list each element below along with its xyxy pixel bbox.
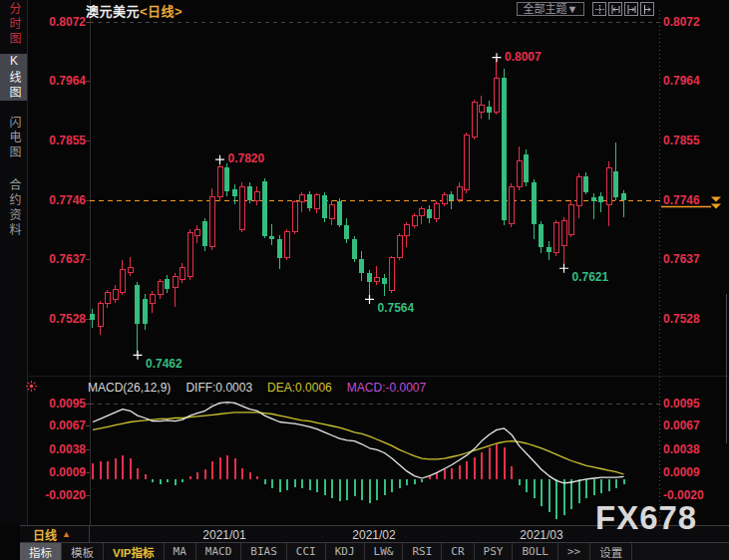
svg-text:0.7820: 0.7820 — [228, 151, 265, 165]
symbol-name: 澳元美元 — [86, 4, 140, 19]
sidebar-tab-2[interactable]: 闪电图 — [0, 116, 27, 160]
svg-text:0.7564: 0.7564 — [378, 301, 415, 315]
bottom-tab-14[interactable]: 设置 — [590, 543, 632, 560]
period-cell[interactable]: 日线 ▲ — [20, 526, 90, 542]
price-axis-label: 0.7855 — [663, 134, 727, 147]
bottom-tab-12[interactable]: BOLL — [513, 543, 558, 560]
bottom-tab-6[interactable]: CCI — [287, 543, 326, 560]
macd-axis-label: -0.0020 — [663, 488, 727, 502]
bottom-tab-13[interactable]: >> — [558, 543, 590, 560]
macd-diff-line — [93, 403, 624, 483]
dropdown-arrow-icon: ▼ — [567, 3, 578, 15]
price-axis-label: 0.7637 — [663, 252, 727, 266]
period-label: 日线 — [33, 526, 57, 543]
candlesticks — [90, 58, 626, 356]
date-tick-label: 2021/01 — [194, 528, 254, 542]
bottom-tab-1[interactable]: 模板 — [62, 543, 104, 560]
price-axis-label: 0.7964 — [24, 74, 86, 88]
svg-text:0.8007: 0.8007 — [505, 50, 542, 64]
move-icon[interactable] — [592, 2, 606, 16]
macd-dea-line — [93, 413, 624, 474]
macd-axis-label: 0.0095 — [24, 397, 86, 411]
macd-axis-label: 0.0095 — [663, 397, 727, 411]
macd-dea-value: DEA:0.0006 — [267, 381, 332, 395]
bottom-tab-8[interactable]: LW& — [365, 543, 404, 560]
bottom-tab-4[interactable]: MACD — [196, 543, 242, 560]
pan-right-icon[interactable] — [640, 2, 654, 16]
bottom-tab-9[interactable]: RSI — [403, 543, 442, 560]
bottom-tab-0[interactable]: 指标 — [20, 543, 62, 560]
price-annotations: 0.78200.80070.74620.75640.7621 — [134, 50, 609, 372]
period-up-arrow-icon: ▲ — [62, 529, 71, 539]
chart-title: 澳元美元<日线> — [86, 1, 182, 20]
date-tick-label: 2021/02 — [344, 528, 404, 542]
macd-histogram — [93, 444, 624, 519]
macd-header: MACD(26,12,9)DIFF:0.0003DEA:0.0006MACD:-… — [88, 381, 441, 395]
bottom-tab-3[interactable]: MA — [165, 543, 196, 560]
macd-axis-label: 0.0038 — [24, 442, 86, 456]
macd-axis-label: 0.0009 — [24, 465, 86, 479]
price-axis-label: 0.7746 — [663, 193, 727, 207]
date-tick-label: 2021/03 — [512, 528, 571, 542]
price-axis-label: 0.7528 — [24, 312, 86, 326]
price-axis-label: 0.7637 — [24, 252, 86, 266]
macd-axis-label: 0.0067 — [24, 419, 86, 432]
price-axis-label: 0.7964 — [663, 74, 727, 88]
macd-axis-label: 0.0067 — [663, 419, 727, 432]
bottom-tab-7[interactable]: KDJ — [326, 543, 365, 560]
sidebar-tab-0[interactable]: 分时图 — [0, 2, 27, 47]
macd-bar-value: MACD:-0.0007 — [347, 381, 426, 395]
price-axis-label: 0.7528 — [663, 312, 727, 326]
bottom-tab-5[interactable]: BIAS — [241, 543, 287, 560]
svg-text:0.7462: 0.7462 — [146, 357, 182, 371]
expand-x-icon[interactable] — [624, 2, 638, 16]
trading-app-window: 0.78200.80070.74620.75640.7621 澳元美元<日线> … — [0, 0, 729, 560]
bottom-toolbar: 指标模板VIP指标MAMACDBIASCCIKDJLW&RSICRPSYBOLL… — [20, 543, 729, 560]
macd-axis-label: 0.0038 — [663, 442, 727, 456]
sidebar-tab-1[interactable]: K线图 — [0, 54, 27, 101]
bottom-tab-11[interactable]: PSY — [475, 543, 514, 560]
compress-x-icon[interactable] — [608, 2, 622, 16]
macd-indicator-name: MACD(26,12,9) — [88, 381, 171, 395]
alarm-asterisk-icon[interactable] — [25, 379, 38, 397]
price-axis-label: 0.8072 — [24, 15, 86, 29]
bottom-tab-2[interactable]: VIP指标 — [104, 543, 165, 560]
watermark: FX678 — [595, 499, 697, 537]
chart-canvas[interactable]: 0.78200.80070.74620.75640.7621 — [0, 0, 729, 560]
price-axis-label: 0.7855 — [24, 134, 86, 147]
price-axis-label: 0.7746 — [24, 193, 86, 207]
macd-diff-value: DIFF:0.0003 — [185, 381, 252, 395]
theme-selector-button[interactable]: 全部主题▼ — [517, 2, 584, 16]
period-name: <日线> — [140, 4, 182, 19]
macd-axis-label: -0.0020 — [24, 488, 86, 502]
macd-axis-label: 0.0009 — [663, 465, 727, 479]
bottom-tab-10[interactable]: CR — [442, 543, 474, 560]
price-axis-label: 0.8072 — [663, 15, 727, 29]
sidebar-tab-3[interactable]: 合约资料 — [0, 178, 27, 238]
svg-text:0.7621: 0.7621 — [572, 270, 609, 284]
